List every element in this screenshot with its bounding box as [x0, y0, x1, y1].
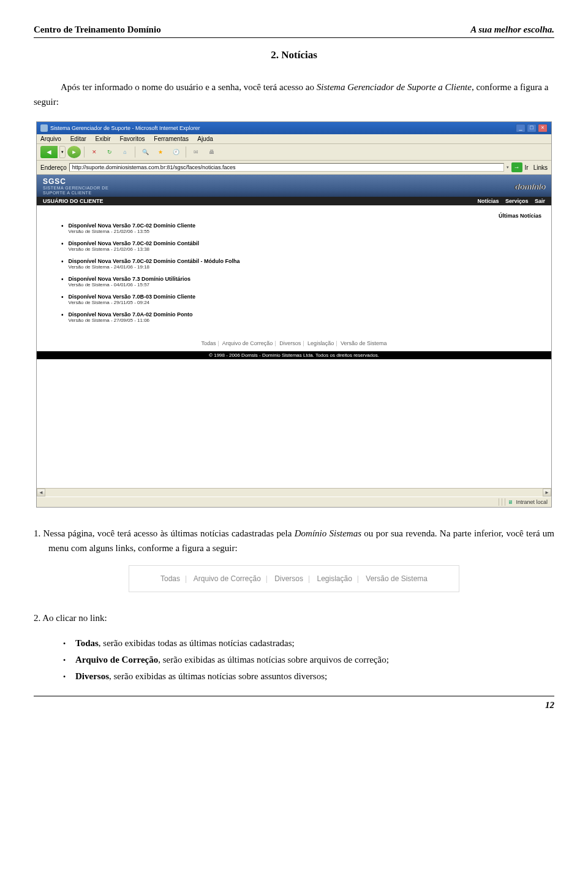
- history-button[interactable]: 🕘: [169, 146, 183, 158]
- menu-ferramentas[interactable]: Ferramentas: [154, 135, 189, 142]
- sgsc-sub2: SUPORTE A CLIENTE: [43, 191, 108, 196]
- screenshot-figure: Sistema Gerenciador de Suporte - Microso…: [36, 121, 552, 508]
- item1-text-a: Nessa página, você terá acesso às última…: [43, 528, 295, 538]
- bullet-text: , serão exibidas as últimas notícias sob…: [109, 671, 327, 681]
- menu-favoritos[interactable]: Favoritos: [119, 135, 145, 142]
- menu-arquivo[interactable]: Arquivo: [40, 135, 61, 142]
- news-date: Versão de Sistema - 04/01/06 - 15:57: [69, 282, 191, 288]
- news-title[interactable]: Disponível Nova Versão 7.3 Domínio Utili…: [69, 276, 191, 282]
- search-button[interactable]: 🔍: [138, 146, 152, 158]
- back-button[interactable]: ◄: [40, 146, 58, 158]
- scroll-left-icon[interactable]: ◄: [37, 489, 45, 497]
- news-title[interactable]: Disponível Nova Versão 7.0A-02 Domínio P…: [69, 311, 193, 318]
- fig-link-legislacao[interactable]: Legislação: [317, 574, 352, 583]
- news-item: • Disponível Nova Versão 7.0C-02 Domínio…: [61, 240, 527, 252]
- toolbar-separator: [84, 147, 85, 158]
- print-button[interactable]: 🖶: [205, 146, 218, 158]
- news-item: • Disponível Nova Versão 7.0C-02 Domínio…: [61, 258, 527, 270]
- news-title[interactable]: Disponível Nova Versão 7.0C-02 Domínio C…: [69, 223, 196, 229]
- news-item: • Disponível Nova Versão 7.0C-02 Domínio…: [61, 223, 527, 234]
- window-title: Sistema Gerenciador de Suporte - Microso…: [50, 125, 200, 131]
- user-label: USUÁRIO DO CLIENTE: [43, 198, 104, 204]
- link-versao[interactable]: Versão de Sistema: [341, 340, 387, 346]
- page-number: 12: [34, 696, 554, 710]
- intro-paragraph: Após ter informado o nome do usuário e a…: [34, 80, 554, 109]
- news-title[interactable]: Disponível Nova Versão 7.0B-03 Domínio C…: [69, 294, 196, 300]
- news-list: • Disponível Nova Versão 7.0C-02 Domínio…: [37, 223, 551, 335]
- links-label[interactable]: Links: [533, 164, 548, 171]
- copyright-bar: © 1998 - 2006 Domsis - Domínio Sistemas …: [37, 351, 551, 359]
- window-titlebar: Sistema Gerenciador de Suporte - Microso…: [37, 122, 551, 134]
- bullet-icon: •: [61, 294, 64, 305]
- news-date: Versão de Sistema - 24/01/06 - 19:18: [69, 264, 240, 270]
- scroll-right-icon[interactable]: ►: [543, 489, 551, 497]
- numbered-item-2: 2. Ao clicar no link:: [48, 611, 554, 625]
- address-dropdown-icon[interactable]: ▾: [507, 165, 509, 170]
- address-label: Endereço: [40, 164, 67, 171]
- link-arquivo[interactable]: Arquivo de Correção: [222, 340, 273, 346]
- ie-icon: [40, 124, 48, 132]
- bullet-list: Todas, serão exibidas todas as últimas n…: [63, 635, 554, 685]
- dominio-logo: domínio: [514, 182, 545, 191]
- section-title: 2. Notícias: [34, 49, 554, 61]
- menu-ajuda[interactable]: Ajuda: [197, 135, 213, 142]
- mail-button[interactable]: ✉: [189, 146, 203, 158]
- link-legislacao[interactable]: Legislação: [307, 340, 334, 346]
- stop-button[interactable]: ✕: [88, 146, 101, 158]
- fig-link-diversos[interactable]: Diversos: [274, 574, 303, 583]
- home-button[interactable]: ⌂: [118, 146, 132, 158]
- header-left: Centro de Treinamento Domínio: [34, 25, 161, 35]
- bullet-icon: •: [61, 276, 64, 288]
- window-maximize-button[interactable]: □: [527, 124, 537, 132]
- bullet-term: Arquivo de Correção: [75, 655, 158, 665]
- address-input[interactable]: http://suporte.dominiosistemas.com.br:81…: [69, 163, 504, 172]
- addressbar: Endereço http://suporte.dominiosistemas.…: [37, 161, 551, 175]
- news-item: • Disponível Nova Versão 7.3 Domínio Uti…: [61, 276, 527, 288]
- link-todas[interactable]: Todas: [201, 340, 216, 346]
- news-date: Versão de Sistema - 21/02/06 - 13:38: [69, 246, 200, 252]
- go-label: Ir: [525, 164, 529, 171]
- news-item: • Disponível Nova Versão 7.0A-02 Domínio…: [61, 311, 527, 323]
- menu-editar[interactable]: Editar: [70, 135, 86, 142]
- news-title[interactable]: Disponível Nova Versão 7.0C-02 Domínio C…: [69, 240, 200, 246]
- forward-button[interactable]: ►: [67, 146, 81, 158]
- topnav: USUÁRIO DO CLIENTE Notícias Serviços Sai…: [37, 197, 551, 205]
- horizontal-scrollbar[interactable]: ◄ ►: [37, 488, 551, 497]
- header-right: A sua melhor escolha.: [470, 25, 554, 35]
- sgsc-brand: SGSC: [43, 177, 108, 186]
- window-minimize-button[interactable]: _: [516, 124, 526, 132]
- bullet-text: , serão exibidas todas as últimas notíci…: [99, 638, 295, 648]
- sgsc-brand-block: SGSC SISTEMA GERENCIADOR DE SUPORTE A CL…: [43, 177, 108, 195]
- page-header: Últimas Notícias: [37, 205, 551, 223]
- fig-link-todas[interactable]: Todas: [160, 574, 180, 583]
- sgsc-banner: SGSC SISTEMA GERENCIADOR DE SUPORTE A CL…: [37, 175, 551, 197]
- news-title[interactable]: Disponível Nova Versão 7.0C-02 Domínio C…: [69, 258, 240, 264]
- window-close-button[interactable]: ×: [538, 124, 548, 132]
- refresh-button[interactable]: ↻: [103, 146, 116, 158]
- numbered-item-1: 1. Nessa página, você terá acesso às últ…: [48, 526, 554, 555]
- nav-servicos[interactable]: Serviços: [505, 198, 529, 204]
- zone-icon: 🖥: [508, 499, 513, 505]
- fig-link-arquivo[interactable]: Arquivo de Correção: [194, 574, 261, 583]
- menubar: Arquivo Editar Exibir Favoritos Ferramen…: [37, 134, 551, 144]
- back-dropdown[interactable]: ▾: [59, 146, 66, 158]
- go-button[interactable]: →: [511, 162, 522, 172]
- bullet-term: Todas: [75, 638, 99, 648]
- sgsc-sub1: SISTEMA GERENCIADOR DE: [43, 186, 108, 191]
- intro-text-b: Sistema Gerenciador de Suporte a Cliente: [317, 82, 472, 92]
- item2-text: Ao clicar no link:: [42, 613, 107, 623]
- bullet-icon: •: [61, 311, 64, 323]
- link-diversos[interactable]: Diversos: [279, 340, 301, 346]
- status-separator: [499, 498, 499, 506]
- nav-sair[interactable]: Sair: [535, 198, 545, 204]
- bullet-text: , serão exibidas as últimas notícias sob…: [158, 655, 389, 665]
- nav-noticias[interactable]: Notícias: [477, 198, 499, 204]
- menu-exibir[interactable]: Exibir: [96, 135, 111, 142]
- whitespace: [37, 359, 551, 488]
- favorites-button[interactable]: ★: [154, 146, 167, 158]
- status-separator: [502, 498, 502, 506]
- bullet-term: Diversos: [75, 671, 109, 681]
- fig-link-versao[interactable]: Versão de Sistema: [366, 574, 428, 583]
- status-separator: [505, 498, 505, 506]
- intro-text-a: Após ter informado o nome do usuário e a…: [61, 82, 317, 92]
